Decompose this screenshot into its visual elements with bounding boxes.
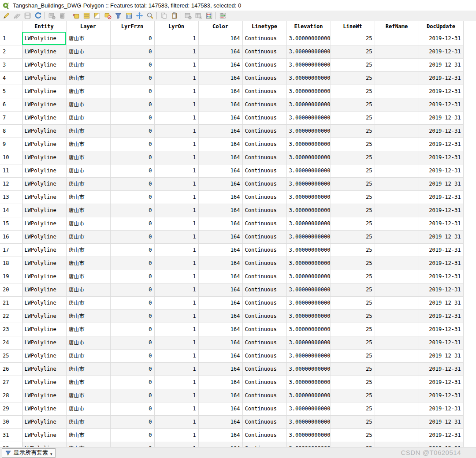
- cell-refname[interactable]: [375, 151, 419, 164]
- cell-linewt[interactable]: 25: [331, 98, 375, 111]
- cell-lyron[interactable]: 1: [154, 177, 198, 190]
- cell-docupdate[interactable]: 2019-12-31: [419, 270, 463, 283]
- cell-elevation[interactable]: 3.00000000000: [286, 257, 331, 270]
- cell-linetype[interactable]: Continuous: [242, 217, 286, 230]
- cell-linetype[interactable]: Continuous: [242, 415, 286, 428]
- cell-docupdate[interactable]: 2019-12-31: [419, 164, 463, 177]
- cell-linetype[interactable]: Continuous: [242, 58, 286, 71]
- row-number[interactable]: 13: [0, 190, 22, 204]
- cell-elevation[interactable]: 3.00000000000: [286, 98, 331, 111]
- cell-color[interactable]: 164: [198, 164, 242, 177]
- cell-entity[interactable]: LWPolyline: [22, 270, 66, 283]
- column-header-docupdate[interactable]: DocUpdate: [419, 21, 463, 32]
- cell-lyron[interactable]: 1: [154, 243, 198, 257]
- row-number[interactable]: 31: [0, 428, 22, 442]
- copy-rows-button[interactable]: [158, 11, 169, 21]
- cell-lyrfrzn[interactable]: 0: [110, 428, 154, 442]
- cell-linewt[interactable]: 25: [331, 190, 375, 204]
- cell-layer[interactable]: 唐山市: [66, 362, 110, 376]
- cell-lyrfrzn[interactable]: 0: [110, 124, 154, 138]
- cell-linetype[interactable]: Continuous: [242, 336, 286, 349]
- cell-layer[interactable]: 唐山市: [66, 151, 110, 164]
- cell-linetype[interactable]: Continuous: [242, 85, 286, 98]
- row-number[interactable]: 7: [0, 111, 22, 124]
- cell-linetype[interactable]: Continuous: [242, 98, 286, 111]
- delete-features-button[interactable]: [57, 11, 67, 21]
- cell-docupdate[interactable]: 2019-12-31: [419, 32, 463, 45]
- cell-elevation[interactable]: 3.00000000000: [286, 415, 331, 428]
- cell-linetype[interactable]: Continuous: [242, 257, 286, 270]
- cell-linewt[interactable]: 25: [331, 336, 375, 349]
- cell-linewt[interactable]: 25: [331, 138, 375, 151]
- cell-entity[interactable]: LWPolyline: [22, 71, 66, 85]
- cell-lyron[interactable]: 1: [154, 58, 198, 71]
- cell-refname[interactable]: [375, 296, 419, 309]
- cell-color[interactable]: 164: [198, 415, 242, 428]
- cell-color[interactable]: 164: [198, 296, 242, 309]
- cell-docupdate[interactable]: 2019-12-31: [419, 349, 463, 362]
- cell-linewt[interactable]: 25: [331, 217, 375, 230]
- cell-lyrfrzn[interactable]: 0: [110, 270, 154, 283]
- cell-linetype[interactable]: Continuous: [242, 389, 286, 402]
- cell-elevation[interactable]: 3.00000000000: [286, 138, 331, 151]
- cell-linewt[interactable]: 25: [331, 85, 375, 98]
- cell-linetype[interactable]: Continuous: [242, 151, 286, 164]
- cell-elevation[interactable]: 3.00000000000: [286, 362, 331, 376]
- cell-lyron[interactable]: 1: [154, 389, 198, 402]
- cell-lyron[interactable]: 1: [154, 415, 198, 428]
- cell-linewt[interactable]: 25: [331, 230, 375, 243]
- cell-layer[interactable]: 唐山市: [66, 309, 110, 323]
- cell-layer[interactable]: 唐山市: [66, 349, 110, 362]
- zoom-to-selection-button[interactable]: [145, 11, 155, 21]
- column-header-refname[interactable]: RefName: [375, 21, 419, 32]
- cell-lyrfrzn[interactable]: 0: [110, 243, 154, 257]
- cell-color[interactable]: 164: [198, 323, 242, 336]
- column-header-layer[interactable]: Layer: [66, 21, 110, 32]
- cell-elevation[interactable]: 3.00000000000: [286, 85, 331, 98]
- cell-elevation[interactable]: 3.00000000000: [286, 323, 331, 336]
- cell-refname[interactable]: [375, 58, 419, 71]
- row-number[interactable]: 15: [0, 217, 22, 230]
- cell-entity[interactable]: LWPolyline: [22, 151, 66, 164]
- cell-lyron[interactable]: 1: [154, 362, 198, 376]
- cell-linetype[interactable]: Continuous: [242, 376, 286, 389]
- cell-color[interactable]: 164: [198, 71, 242, 85]
- cell-layer[interactable]: 唐山市: [66, 230, 110, 243]
- cell-docupdate[interactable]: 2019-12-31: [419, 177, 463, 190]
- cell-linetype[interactable]: Continuous: [242, 270, 286, 283]
- cell-refname[interactable]: [375, 336, 419, 349]
- cell-docupdate[interactable]: 2019-12-31: [419, 376, 463, 389]
- show-all-features-filter-button[interactable]: 显示所有要素 ▾: [2, 448, 56, 458]
- cell-entity[interactable]: LWPolyline: [22, 376, 66, 389]
- cell-refname[interactable]: [375, 204, 419, 217]
- cell-refname[interactable]: [375, 190, 419, 204]
- cell-docupdate[interactable]: 2019-12-31: [419, 204, 463, 217]
- cell-color[interactable]: 164: [198, 376, 242, 389]
- cell-linewt[interactable]: 25: [331, 270, 375, 283]
- cell-linewt[interactable]: 25: [331, 257, 375, 270]
- cell-lyrfrzn[interactable]: 0: [110, 190, 154, 204]
- cell-linewt[interactable]: 25: [331, 177, 375, 190]
- row-number[interactable]: 25: [0, 349, 22, 362]
- cell-docupdate[interactable]: 2019-12-31: [419, 217, 463, 230]
- cell-layer[interactable]: 唐山市: [66, 45, 110, 58]
- cell-elevation[interactable]: 3.00000000000: [286, 428, 331, 442]
- cell-layer[interactable]: 唐山市: [66, 85, 110, 98]
- cell-linetype[interactable]: Continuous: [242, 428, 286, 442]
- cell-lyrfrzn[interactable]: 0: [110, 376, 154, 389]
- cell-refname[interactable]: [375, 257, 419, 270]
- cell-linetype[interactable]: Continuous: [242, 323, 286, 336]
- cell-layer[interactable]: 唐山市: [66, 270, 110, 283]
- cell-lyrfrzn[interactable]: 0: [110, 257, 154, 270]
- cell-linewt[interactable]: 25: [331, 309, 375, 323]
- cell-docupdate[interactable]: 2019-12-31: [419, 257, 463, 270]
- cell-lyrfrzn[interactable]: 0: [110, 45, 154, 58]
- cell-lyron[interactable]: 1: [154, 138, 198, 151]
- add-feature-button[interactable]: [46, 11, 57, 21]
- cell-color[interactable]: 164: [198, 217, 242, 230]
- cell-linewt[interactable]: 25: [331, 283, 375, 296]
- conditional-formatting-button[interactable]: [217, 11, 228, 21]
- cell-refname[interactable]: [375, 362, 419, 376]
- cell-lyrfrzn[interactable]: 0: [110, 111, 154, 124]
- cell-linewt[interactable]: 25: [331, 32, 375, 45]
